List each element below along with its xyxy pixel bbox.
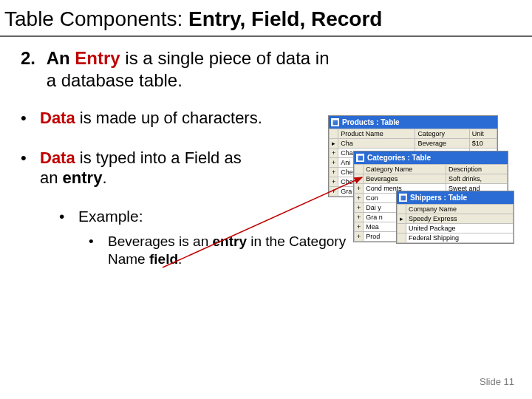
item-number: 2.	[21, 47, 41, 69]
table-row: Federal Shipping	[398, 233, 514, 243]
bullet-dot: •	[21, 148, 40, 188]
bullet-dot: •	[59, 208, 78, 225]
window-title: Products : Table	[342, 118, 400, 126]
table-icon: ▦	[356, 154, 364, 162]
slide-number: Slide 11	[480, 376, 514, 387]
table-icon: ▦	[399, 194, 407, 202]
table-row: United Package	[398, 224, 514, 233]
table-header-row: Company Name	[398, 205, 514, 214]
shippers-grid: Company Name ▸Speedy Express United Pack…	[397, 204, 514, 243]
title-bold: Entry, Field, Record	[188, 7, 382, 30]
bullet-text: Data is made up of characters.	[40, 108, 262, 129]
title-plain: Table Components:	[4, 7, 188, 30]
table-row: ▸Speedy Express	[398, 214, 514, 224]
bullet-text: Data is typed into a Field as an entry.	[40, 148, 262, 188]
example-label: Example:	[78, 208, 143, 225]
table-header-row: Category Name Description	[355, 165, 508, 174]
example-text: Beverages is an entry in the Category Na…	[108, 233, 359, 269]
bullet-dot: •	[89, 233, 108, 269]
slide-title: Table Components: Entry, Field, Record	[0, 0, 532, 37]
table-row: ▸ChaBeverage$10	[330, 139, 497, 149]
table-row: ▸BeveragesSoft drinks,	[355, 174, 508, 184]
titlebar-products: ▦ Products : Table	[329, 116, 497, 129]
table-header-row: Product Name Category Unit	[330, 129, 497, 139]
window-title: Categories : Table	[367, 154, 431, 162]
titlebar-shippers: ▦ Shippers : Table	[397, 191, 514, 204]
bullet-dot: •	[21, 108, 40, 129]
database-windows-cluster: ▦ Products : Table Product Name Category…	[328, 115, 532, 263]
window-title: Shippers : Table	[410, 194, 467, 202]
window-shippers: ▦ Shippers : Table Company Name ▸Speedy …	[396, 191, 514, 244]
numbered-item-2: 2. An Entry is a single piece of data in…	[21, 47, 519, 92]
table-icon: ▦	[331, 118, 339, 126]
titlebar-categories: ▦ Categories : Table	[354, 151, 508, 164]
item-text: An Entry is a single piece of data in a …	[47, 47, 342, 92]
